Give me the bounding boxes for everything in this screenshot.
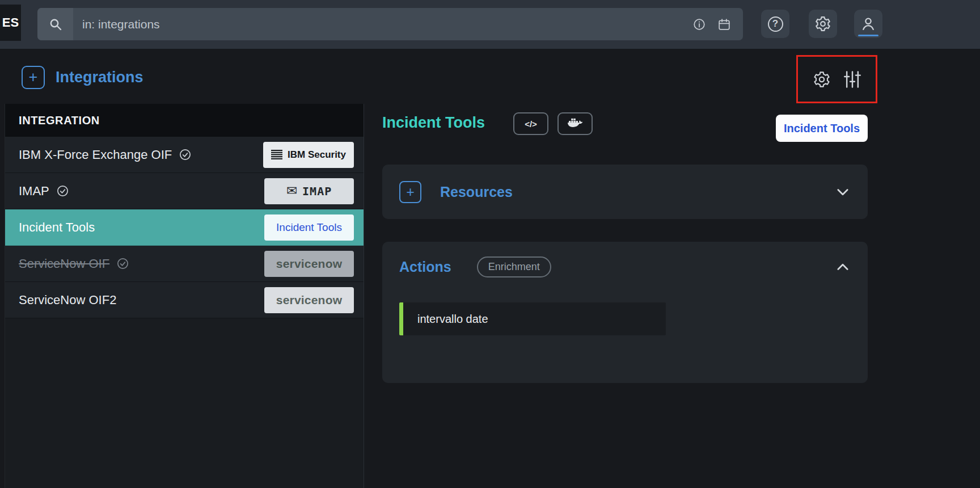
actions-header: Actions Enrichment <box>399 256 851 277</box>
table-header: INTEGRATION <box>5 104 364 137</box>
active-tab-indicator <box>858 35 878 36</box>
incident-tools-button[interactable]: Incident Tools <box>776 115 868 142</box>
code-button[interactable]: </> <box>513 112 548 135</box>
integration-name: ServiceNow OIF <box>19 256 109 271</box>
action-item-intervallo-date[interactable]: intervallo date <box>399 302 666 335</box>
settings-button[interactable] <box>809 10 837 38</box>
table-row-servicenow-oif2[interactable]: ServiceNow OIF2 servicenow <box>5 282 364 318</box>
info-icon[interactable] <box>693 18 706 31</box>
resources-title: Resources <box>440 184 513 200</box>
search-trailing-icons <box>693 18 743 31</box>
ibm-stripes-icon <box>271 150 282 159</box>
search-input[interactable] <box>73 18 693 31</box>
table-row-servicenow-oif[interactable]: ServiceNow OIF servicenow <box>5 246 364 282</box>
sliders-icon <box>843 70 861 89</box>
app-logo-text: ES <box>2 15 19 30</box>
plus-icon: + <box>29 69 38 86</box>
search-icon <box>49 18 62 31</box>
table-row-ibm-xforce[interactable]: IBM X-Force Exchange OIF IBM Security <box>5 137 364 173</box>
integration-name: IMAP <box>19 184 49 199</box>
action-item-label: intervallo date <box>417 313 488 326</box>
topbar: ES ? <box>0 0 980 49</box>
code-icon: </> <box>525 119 537 129</box>
integration-logo-incident-tools: Incident Tools <box>264 214 354 241</box>
integration-table: INTEGRATION IBM X-Force Exchange OIF IBM… <box>5 104 364 488</box>
annotation-box <box>796 55 877 103</box>
integration-logo-ibm-security: IBM Security <box>263 142 354 168</box>
integration-name: IBM X-Force Exchange OIF <box>19 148 172 162</box>
integration-name: ServiceNow OIF2 <box>19 293 116 308</box>
chevron-up-icon[interactable] <box>835 259 851 275</box>
integration-logo-servicenow: servicenow <box>264 287 354 313</box>
integration-name: Incident Tools <box>19 220 95 235</box>
enrichment-tag: Enrichment <box>477 256 551 277</box>
actions-title: Actions <box>399 259 451 275</box>
calendar-icon[interactable] <box>718 18 730 31</box>
table-row-incident-tools[interactable]: Incident Tools Incident Tools <box>5 209 364 246</box>
page-title: Integrations <box>56 69 143 86</box>
filter-sliders-button[interactable] <box>843 70 861 89</box>
plus-icon: + <box>406 184 415 200</box>
docker-button[interactable] <box>557 112 593 135</box>
integration-logo-servicenow: servicenow <box>264 251 354 277</box>
help-button[interactable]: ? <box>761 10 789 38</box>
resources-section: + Resources <box>382 165 868 219</box>
envelope-icon: ✉ <box>286 184 297 197</box>
docker-icon <box>567 117 583 130</box>
detail-title: Incident Tools <box>382 114 485 132</box>
app-logo[interactable]: ES <box>0 5 21 41</box>
user-button[interactable] <box>854 10 882 38</box>
configured-check-icon <box>56 184 69 197</box>
search-bar[interactable] <box>37 8 743 40</box>
configured-check-icon <box>179 148 192 161</box>
add-resource-button[interactable]: + <box>399 181 421 203</box>
integration-logo-imap: ✉ IMAP <box>264 178 354 204</box>
help-icon: ? <box>768 16 783 32</box>
chevron-down-icon[interactable] <box>835 184 851 200</box>
gear-icon <box>813 70 831 89</box>
gear-icon <box>814 15 831 32</box>
configured-check-icon <box>116 257 129 270</box>
search-button[interactable] <box>37 8 73 40</box>
add-integration-button[interactable]: + <box>22 66 45 89</box>
user-icon <box>860 16 876 32</box>
actions-section: Actions Enrichment intervallo date <box>382 242 868 383</box>
integrations-settings-button[interactable] <box>813 70 831 89</box>
table-row-imap[interactable]: IMAP ✉ IMAP <box>5 173 364 209</box>
